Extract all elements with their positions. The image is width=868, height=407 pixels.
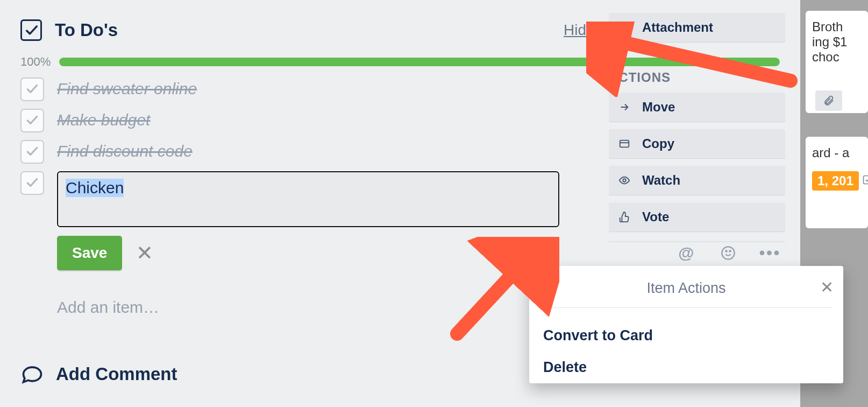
checklist-item-label[interactable]: Find sweater online [57,78,197,98]
svg-rect-4 [620,141,629,148]
card-text: choc [812,50,862,65]
move-button[interactable]: Move [609,93,785,122]
card-sidebar: Attachment ACTIONS Move Copy Watch Vote [609,5,785,242]
attachment-button[interactable]: Attachment [609,13,785,42]
close-icon[interactable]: ✕ [820,278,834,297]
checkbox[interactable] [20,109,44,132]
checklist-title[interactable]: To Do's [55,20,118,40]
save-button[interactable]: Save [57,236,122,270]
svg-point-1 [722,247,734,259]
progress-percent: 100% [20,55,59,69]
due-date-label: 1, 201 [812,171,859,191]
arrow-right-icon [618,101,634,113]
more-icon[interactable]: ••• [760,243,780,263]
sidebar-button-label: Vote [642,209,669,224]
checkbox[interactable] [20,140,44,164]
vote-button[interactable]: Vote [609,202,785,231]
mention-icon[interactable]: @ [677,243,696,263]
checklist-item-label[interactable]: Make budget [57,109,150,129]
add-comment-title: Add Comment [56,364,177,384]
checkbox[interactable] [20,78,44,101]
comment-icon [20,364,44,384]
close-icon[interactable]: ✕ [136,243,153,263]
svg-point-2 [725,250,727,251]
thumb-up-icon [618,211,634,223]
sidebar-button-label: Attachment [642,20,713,35]
paperclip-icon [815,90,842,111]
paperclip-icon [618,22,634,33]
checklist-item-input[interactable] [57,171,559,227]
checkbox[interactable] [20,171,44,195]
sidebar-button-label: Copy [642,136,674,151]
sidebar-button-label: Move [642,100,675,115]
checklist-item-label[interactable]: Find discount code [57,140,193,160]
delete-item-option[interactable]: Delete [529,352,843,383]
emoji-icon[interactable] [718,243,738,263]
checklist-badge: 2/11 [862,172,868,187]
divider [609,241,785,242]
item-actions-popover: Item Actions ✕ Convert to Card Delete [529,266,843,383]
board-card: Broth ing $1 choc [806,11,868,113]
sidebar-button-label: Watch [642,173,680,188]
checklist-icon [20,19,42,41]
card-icon [618,138,634,150]
card-text: ing $1 [812,34,862,50]
svg-rect-0 [864,176,868,184]
card-text: ard - a [812,145,862,160]
convert-to-card-option[interactable]: Convert to Card [529,320,843,352]
svg-point-5 [623,179,626,182]
popover-title: Item Actions [646,280,725,296]
watch-button[interactable]: Watch [609,166,785,195]
board-card: ard - a 1, 201 2/11 [806,137,868,228]
eye-icon [618,174,634,186]
copy-button[interactable]: Copy [609,129,785,158]
card-text: Broth [812,19,862,34]
actions-heading: ACTIONS [609,70,785,85]
svg-point-3 [729,250,730,251]
